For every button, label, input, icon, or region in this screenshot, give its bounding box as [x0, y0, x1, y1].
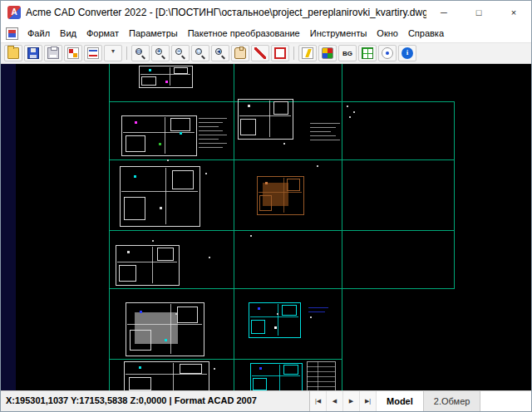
menu-options[interactable]: Параметры [124, 26, 183, 41]
print-icon [47, 47, 59, 59]
drawing-canvas[interactable] [1, 64, 531, 390]
tab-nav-last-button[interactable]: ▶| [360, 391, 377, 411]
pan-icon [234, 47, 246, 59]
pan-button[interactable] [231, 45, 249, 61]
measure-distance-button[interactable] [251, 45, 269, 61]
zoom-window-icon: ▭ [135, 47, 146, 59]
window-controls: ─ □ × [426, 1, 531, 24]
app-window: Acme CAD Converter 2022 - [D:\ПОСТИНГ\ос… [0, 0, 532, 412]
tab-nav-first-button[interactable]: |◀ [310, 391, 327, 411]
measure-area-button[interactable] [271, 45, 289, 61]
window-title: Acme CAD Converter 2022 - [D:\ПОСТИНГ\ос… [26, 7, 426, 18]
open-file-button[interactable] [4, 45, 22, 61]
preview-button[interactable] [378, 45, 397, 61]
zoom-extents-button[interactable]: □ [191, 45, 209, 61]
quick-view-button[interactable] [298, 45, 317, 61]
more-tools-icon [110, 47, 116, 59]
menu-window[interactable]: Окно [372, 26, 403, 41]
print-button[interactable] [44, 45, 62, 61]
zoom-out-icon: − [175, 47, 186, 59]
batch-convert-icon [87, 47, 99, 59]
zoom-extents-icon: □ [195, 47, 206, 59]
toolbar-separator [126, 47, 127, 60]
save-as-button[interactable] [24, 45, 42, 61]
layer-settings-icon [322, 47, 333, 59]
toolbar: ▭+−□◂BG [1, 43, 531, 64]
layout-grid-icon [362, 47, 373, 59]
preview-icon [382, 47, 393, 59]
menu-batch-conversion[interactable]: Пакетное преобразование [183, 26, 305, 41]
sheet-tab-control: |◀◀▶▶|Model2.Обмер [309, 391, 531, 411]
toolbar-separator [293, 47, 294, 60]
open-file-icon [7, 47, 19, 59]
save-as-icon [27, 47, 39, 59]
tab-nav-next-button[interactable]: ▶ [343, 391, 360, 411]
quick-view-icon [302, 47, 313, 59]
layout-grid-button[interactable] [358, 45, 377, 61]
background-color-button[interactable]: BG [338, 45, 357, 61]
convert-button[interactable] [64, 45, 82, 61]
zoom-in-button[interactable]: + [151, 45, 170, 61]
cad-drawing[interactable] [1, 64, 531, 390]
menu-view[interactable]: Вид [55, 26, 81, 41]
menu-tools[interactable]: Инструменты [305, 26, 372, 41]
menu-help[interactable]: Справка [403, 26, 449, 41]
maximize-button[interactable]: □ [461, 1, 496, 24]
zoom-in-icon: + [155, 47, 166, 59]
batch-convert-button[interactable] [84, 45, 102, 61]
tab-nav-prev-button[interactable]: ◀ [327, 391, 343, 411]
zoom-previous-button[interactable]: ◂ [211, 45, 229, 61]
about-icon [401, 47, 413, 59]
minimize-button[interactable]: ─ [426, 1, 461, 24]
about-button[interactable] [398, 45, 416, 61]
titlebar: Acme CAD Converter 2022 - [D:\ПОСТИНГ\ос… [1, 1, 531, 24]
menu-file[interactable]: Файл [22, 26, 55, 41]
menu-bar: ФайлВидФорматПараметрыПакетное преобразо… [1, 24, 531, 43]
sheet-tab-model[interactable]: Model [377, 391, 424, 411]
zoom-window-button[interactable]: ▭ [131, 45, 150, 61]
measure-area-icon [274, 47, 286, 59]
close-button[interactable]: × [496, 1, 531, 24]
zoom-previous-icon: ◂ [214, 47, 226, 59]
layer-settings-button[interactable] [318, 45, 337, 61]
bg-icon: BG [342, 50, 352, 57]
more-tools-button[interactable] [104, 45, 122, 61]
document-icon [6, 27, 18, 40]
status-text: X:195301,1037 Y:17153,5838 Z:0,0000 | Fo… [1, 391, 262, 411]
convert-icon [67, 47, 79, 59]
zoom-out-button[interactable]: − [171, 45, 190, 61]
app-icon [7, 6, 21, 19]
sheet-tab-obmer[interactable]: 2.Обмер [424, 391, 481, 411]
menu-format[interactable]: Формат [81, 26, 124, 41]
status-bar: X:195301,1037 Y:17153,5838 Z:0,0000 | Fo… [1, 390, 531, 411]
measure-distance-icon [254, 47, 266, 59]
